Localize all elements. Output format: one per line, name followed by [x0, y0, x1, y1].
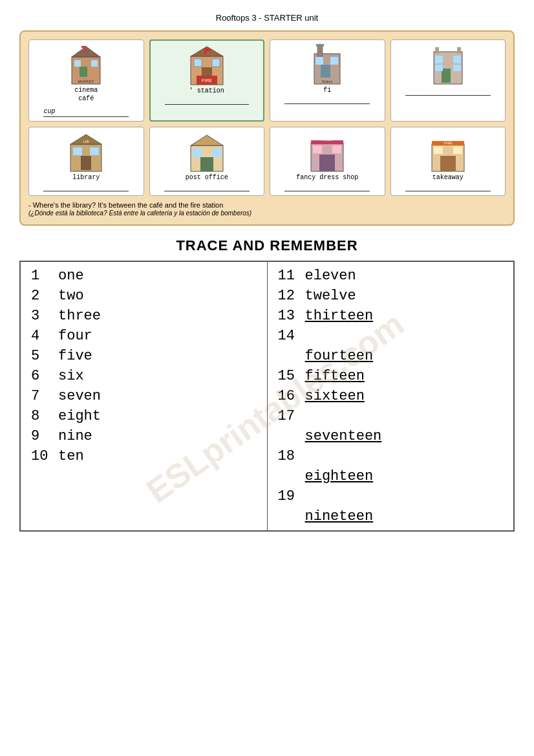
post-underline	[164, 184, 250, 191]
num-12: 12twelve	[278, 286, 504, 306]
svg-text:FANCY: FANCY	[321, 138, 334, 142]
svg-rect-34	[81, 156, 91, 170]
cinema-label: cinemacafé	[74, 86, 98, 103]
library-building-icon: LIB	[67, 131, 105, 173]
svg-rect-53	[453, 146, 462, 154]
example-sentence: - Where's the library? It's between the …	[28, 201, 506, 217]
num-7: 7seven	[31, 386, 257, 406]
building-card-library: LIB library	[28, 127, 144, 196]
building4-underline	[405, 88, 491, 96]
fire-underline	[284, 96, 370, 104]
building-card-fire: Station fi	[270, 39, 385, 122]
svg-rect-36	[90, 147, 99, 155]
buildings-row-2: LIB library post office	[28, 127, 506, 196]
num-fourteen: fourteen	[278, 346, 504, 366]
svg-rect-11	[194, 59, 202, 67]
num-nineteen: nineteen	[278, 506, 504, 526]
takeaway-underline	[405, 184, 491, 191]
svg-marker-39	[191, 135, 223, 146]
num-13: 13thirteen	[278, 306, 504, 326]
numbers-right-col: 11eleven 12twelve 13thirteen 14 fourteen…	[267, 261, 514, 531]
post-building-icon	[187, 131, 226, 173]
num-2: 2two	[31, 286, 257, 306]
svg-rect-35	[73, 147, 82, 155]
num-9: 9nine	[31, 426, 257, 446]
svg-rect-4	[91, 60, 98, 67]
num-15: 15fifteen	[278, 366, 504, 386]
svg-rect-13	[204, 48, 206, 54]
building-card-post: post office	[149, 127, 265, 196]
num-5: 5five	[31, 346, 257, 366]
svg-rect-18	[317, 45, 323, 58]
svg-rect-6	[81, 46, 87, 48]
numbers-table: 1one 2two 3three 4four 5five 6six 7seven…	[19, 261, 515, 532]
num-eighteen: eighteen	[278, 466, 504, 486]
trace-header: TRACE AND REMEMBER	[19, 237, 515, 254]
station-building-icon: FIRE	[187, 45, 226, 87]
svg-rect-30	[435, 65, 443, 71]
svg-rect-3	[74, 60, 81, 67]
svg-rect-25	[435, 47, 439, 54]
svg-rect-45	[319, 155, 335, 171]
num-11: 11eleven	[278, 266, 504, 286]
num-8: 8eight	[31, 406, 257, 426]
page-title: Rooftops 3 - STARTER unit	[19, 13, 515, 23]
num-16: 16sixteen	[278, 386, 504, 406]
building-card-4	[390, 39, 506, 122]
svg-rect-47	[332, 146, 341, 153]
building-card-station: FIRE ' station	[149, 39, 265, 122]
building-card-takeaway: TAKE takeaway	[390, 127, 506, 196]
svg-rect-27	[442, 69, 451, 83]
svg-rect-41	[193, 149, 202, 157]
num-17-blank: 17	[278, 406, 504, 426]
post-label: post office	[186, 173, 228, 182]
num-4: 4four	[31, 326, 257, 346]
svg-rect-26	[457, 47, 461, 54]
vocabulary-section: MARKET cinemacafé cup	[19, 30, 515, 226]
svg-text:LIB: LIB	[83, 140, 89, 144]
numbers-left-col: 1one 2two 3three 4four 5five 6six 7seven…	[20, 261, 267, 531]
svg-rect-22	[330, 57, 338, 65]
cinema-building-icon: MARKET	[67, 44, 105, 86]
svg-rect-21	[315, 57, 323, 65]
takeaway-label: takeaway	[433, 173, 464, 182]
svg-text:TAKE: TAKE	[443, 141, 453, 145]
fire-building-icon: Station	[308, 44, 347, 86]
num-seventeen: seventeen	[278, 426, 504, 446]
num-6: 6six	[31, 366, 257, 386]
svg-rect-20	[321, 65, 330, 78]
num-3: 3three	[31, 306, 257, 326]
fancy-label: fancy dress shop	[296, 173, 358, 182]
num-1: 1one	[31, 266, 257, 286]
library-underline	[43, 184, 129, 191]
svg-rect-29	[453, 56, 461, 63]
fancy-building-icon: FANCY	[308, 131, 347, 173]
svg-rect-51	[440, 156, 456, 171]
svg-rect-19	[316, 44, 324, 47]
svg-rect-46	[313, 146, 322, 153]
svg-rect-28	[435, 56, 443, 63]
svg-text:MARKET: MARKET	[78, 80, 94, 83]
svg-rect-52	[434, 146, 443, 154]
svg-rect-5	[83, 47, 85, 52]
takeaway-building-icon: TAKE	[429, 131, 467, 173]
building-card-fancy: FANCY fancy dress shop	[270, 127, 385, 196]
station-label: ' station	[189, 87, 224, 95]
num-14-blank: 14	[278, 326, 504, 346]
svg-text:FIRE: FIRE	[202, 78, 212, 83]
fire-label: fi	[323, 86, 331, 94]
svg-rect-42	[212, 149, 221, 157]
svg-rect-12	[212, 59, 220, 67]
building4-icon	[429, 44, 467, 86]
svg-rect-2	[80, 67, 87, 77]
station-underline	[165, 97, 249, 105]
num-19-blank: 19	[278, 486, 504, 506]
svg-rect-40	[200, 157, 213, 171]
fancy-underline	[284, 184, 370, 191]
buildings-row-1: MARKET cinemacafé cup	[28, 39, 506, 122]
cinema-underline: cup	[43, 105, 129, 117]
svg-marker-1	[72, 47, 100, 57]
svg-rect-31	[453, 65, 461, 71]
building-card-cinema: MARKET cinemacafé cup	[28, 39, 144, 122]
svg-text:Station: Station	[322, 80, 333, 83]
